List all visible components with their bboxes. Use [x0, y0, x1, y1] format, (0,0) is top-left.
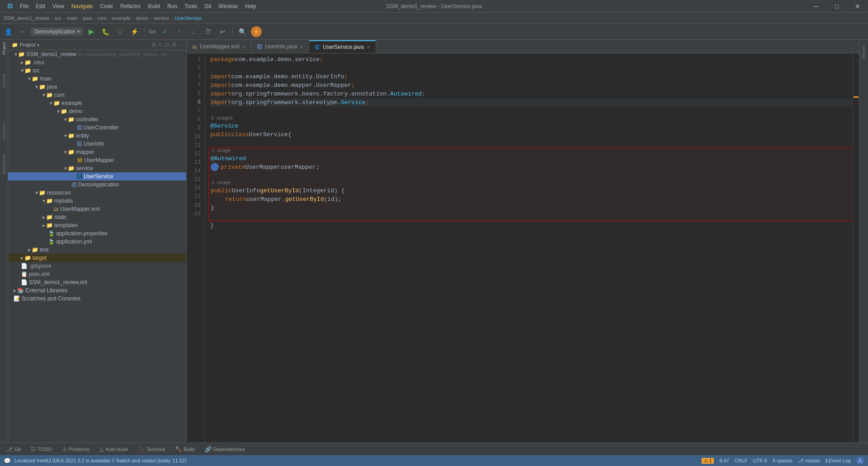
profile-run-button[interactable]: ⚡: [128, 25, 141, 38]
tree-item-root[interactable]: ▾ 📁 SSM_demo1_review D:\Java\code\test_j…: [8, 50, 186, 58]
tree-item-app-properties[interactable]: 🍃 application.properties: [8, 229, 186, 238]
structure-panel-button[interactable]: Structure: [0, 125, 9, 138]
tree-item-demoapplication[interactable]: C DemoApplication: [8, 181, 186, 189]
tree-item-target[interactable]: ▸ 📁 target: [8, 254, 186, 262]
menu-help[interactable]: Help: [241, 1, 260, 11]
git-check-icon[interactable]: ✓: [158, 25, 171, 38]
tree-item-usercontroller[interactable]: C UserController: [8, 124, 186, 132]
menu-view[interactable]: View: [49, 1, 68, 11]
tree-item-iml[interactable]: 📄 SSM_demo1_review.iml: [8, 278, 186, 286]
tree-item-entity[interactable]: ▾ 📁 entity: [8, 132, 186, 140]
maven-label[interactable]: Maven: [860, 43, 867, 61]
gear-icon[interactable]: ⚙: [172, 42, 177, 48]
user-avatar[interactable]: 人: [856, 456, 864, 465]
menu-code[interactable]: Code: [96, 1, 117, 11]
tree-item-mapper[interactable]: ▾ 📁 mapper: [8, 148, 186, 156]
tree-item-src[interactable]: ▾ 📁 src: [8, 67, 186, 75]
git-push-icon[interactable]: ↑: [173, 25, 185, 38]
tree-item-main[interactable]: ▾ 📁 main: [8, 75, 186, 83]
tab-userservice-java[interactable]: C UserService.java ✕: [309, 40, 376, 53]
bc-project[interactable]: SSM_demo1_review: [4, 15, 50, 21]
tree-item-usermapper-xml[interactable]: 🗂 UserMapper.xml: [8, 205, 186, 213]
tree-item-java[interactable]: ▾ 📁 java: [8, 83, 186, 91]
line-col-indicator[interactable]: 6:47: [719, 458, 729, 463]
tab-dependencies[interactable]: 🔗 Dependencies: [200, 444, 250, 454]
menu-refactor[interactable]: Refactor: [117, 1, 144, 11]
settings-button[interactable]: ★: [251, 26, 262, 37]
tree-item-idea[interactable]: ▸ 📁 .idea: [8, 58, 186, 67]
tree-item-mybatis[interactable]: ▾ 📁 mybatis: [8, 197, 186, 205]
bc-service[interactable]: service: [154, 15, 170, 21]
git-undo-icon[interactable]: ↩: [216, 25, 229, 38]
line-ending-indicator[interactable]: CRLF: [735, 458, 748, 463]
close-tab-icon[interactable]: ✕: [242, 44, 245, 49]
tree-item-example[interactable]: ▾ 📁 example: [8, 99, 186, 107]
tree-item-app-yml[interactable]: 🍃 application.yml: [8, 238, 186, 246]
bookmarks-panel-button[interactable]: Bookmarks: [0, 157, 9, 171]
run-config-selector[interactable]: DemoApplication ▾: [31, 28, 83, 36]
git-history-icon[interactable]: ⏱: [202, 25, 214, 38]
maximize-button[interactable]: □: [826, 0, 847, 13]
tree-item-userservice[interactable]: C UserService: [8, 172, 186, 181]
encoding-indicator[interactable]: UTF-8: [753, 458, 767, 463]
tree-item-service[interactable]: ▾ 📁 service: [8, 164, 186, 172]
minus-icon[interactable]: −: [179, 42, 183, 48]
tree-item-static[interactable]: ▸ 📁 static: [8, 213, 186, 221]
menu-navigate[interactable]: Navigate: [68, 1, 96, 11]
menu-git[interactable]: Git: [201, 1, 215, 11]
run-button[interactable]: ▶: [85, 25, 98, 38]
bc-main[interactable]: main: [67, 15, 78, 21]
tab-auto-build[interactable]: △ Auto-build: [95, 444, 132, 454]
debug-button[interactable]: 🐛: [99, 25, 112, 38]
git-pull-icon[interactable]: ↓: [187, 25, 200, 38]
tree-item-test[interactable]: ▸ 📁 test: [8, 246, 186, 254]
tab-terminal[interactable]: ⬛ Terminal: [133, 444, 170, 454]
tab-problems[interactable]: ⚠ Problems: [57, 444, 94, 454]
bc-com[interactable]: com: [97, 15, 107, 21]
commit-panel-button[interactable]: Commit: [0, 74, 9, 88]
menu-build[interactable]: Build: [144, 1, 164, 11]
bc-java[interactable]: java: [83, 15, 92, 21]
indent-indicator[interactable]: 4 spaces: [773, 458, 793, 463]
menu-window[interactable]: Window: [215, 1, 241, 11]
close-button[interactable]: ✕: [847, 0, 868, 13]
profile-button[interactable]: 👤: [2, 25, 14, 38]
tab-todo[interactable]: ☑ TODO: [26, 444, 57, 454]
more-tabs-button[interactable]: ⋮: [848, 44, 855, 53]
menu-tools[interactable]: Tools: [181, 1, 201, 11]
coverage-button[interactable]: 🛡: [114, 25, 127, 38]
tree-item-templates[interactable]: ▸ 📁 templates: [8, 221, 186, 229]
tab-usermapper-xml[interactable]: 🗂 UserMapper.xml ✕: [187, 40, 251, 53]
scroll-to-icon[interactable]: ⊡: [165, 42, 169, 48]
tab-userinfo-java[interactable]: C UserInfo.java ✕: [251, 40, 309, 53]
bc-example[interactable]: example: [112, 15, 131, 21]
git-branch-indicator[interactable]: ⎇ master: [798, 458, 821, 464]
bc-demo[interactable]: demo: [136, 15, 149, 21]
tree-item-demo[interactable]: ▾ 📁 demo: [8, 107, 186, 115]
close-tab-icon[interactable]: ✕: [367, 45, 370, 50]
tree-item-com[interactable]: ▾ 📁 com: [8, 91, 186, 99]
tree-item-controller[interactable]: ▾ 📁 controller: [8, 115, 186, 124]
warning-badge[interactable]: ⚠ 1: [702, 458, 714, 464]
expand-all-icon[interactable]: ⊞: [151, 42, 156, 48]
search-button[interactable]: 🔍: [236, 25, 249, 38]
tree-item-usermapper[interactable]: M UserMapper: [8, 156, 186, 164]
collapse-all-icon[interactable]: ≡: [159, 42, 162, 48]
project-panel-button[interactable]: Project: [0, 42, 9, 55]
minimize-button[interactable]: ─: [806, 0, 826, 13]
tree-item-resources[interactable]: ▾ 📁 resources: [8, 189, 186, 197]
tree-item-gitignore[interactable]: 📄 .gitignore: [8, 262, 186, 270]
bc-src[interactable]: src: [55, 15, 61, 21]
tab-build[interactable]: 🔨 Build: [170, 444, 199, 454]
menu-edit[interactable]: Edit: [32, 1, 49, 11]
event-log-button[interactable]: ℹ Event Log: [826, 458, 851, 464]
tree-item-userinfo[interactable]: C UserInfo: [8, 140, 186, 148]
code-editor[interactable]: 1 2 3 4 5 6 7 8 9 10 11 12 13 14 15 16 1…: [187, 53, 859, 442]
tree-item-pom[interactable]: 📋 pom.xml: [8, 270, 186, 278]
menu-run[interactable]: Run: [164, 1, 181, 11]
code-content[interactable]: package com.example.demo.service; import…: [205, 53, 859, 442]
tree-item-scratches[interactable]: 📝 Scratches and Consoles: [8, 295, 186, 303]
tab-git[interactable]: ⎇ Git: [2, 444, 25, 454]
menu-file[interactable]: File: [16, 1, 32, 11]
tree-item-external-libs[interactable]: ▸ 📚 External Libraries: [8, 286, 186, 295]
